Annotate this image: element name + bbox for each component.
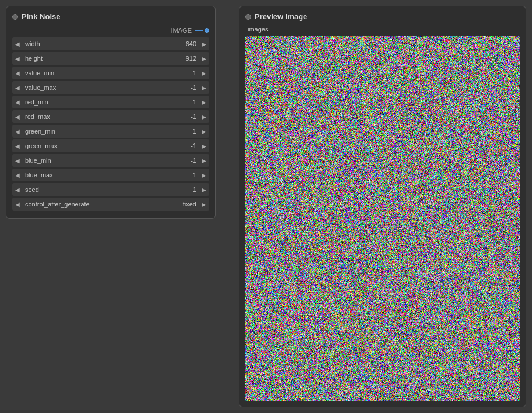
param-row: ◀red_min-1▶ (12, 96, 209, 108)
param-name-label: seed (23, 186, 175, 193)
preview-image-node: Preview Image images (239, 6, 526, 407)
param-row: ◀green_min-1▶ (12, 125, 209, 138)
param-name-label: red_max (23, 113, 175, 120)
param-value-label: -1 (175, 128, 199, 135)
param-name-label: blue_max (23, 172, 175, 178)
right-panel: Preview Image images (233, 0, 532, 413)
left-panel: Pink Noise IMAGE ◀width640▶◀height912▶◀v… (0, 0, 233, 413)
param-value-label: 1 (175, 186, 199, 193)
preview-title-label: Preview Image (255, 12, 307, 21)
param-decrement-button[interactable]: ◀ (12, 52, 23, 65)
param-row: ◀seed1▶ (12, 183, 209, 196)
preview-status-dot (245, 14, 251, 20)
params-list: ◀width640▶◀height912▶◀value_min-1▶◀value… (12, 37, 209, 211)
image-output-label: IMAGE (171, 27, 192, 34)
param-row: ◀height912▶ (12, 52, 209, 65)
param-increment-button[interactable]: ▶ (199, 110, 209, 123)
param-value-label: -1 (175, 172, 199, 178)
param-decrement-button[interactable]: ◀ (12, 183, 23, 196)
param-row: ◀value_max-1▶ (12, 81, 209, 94)
param-increment-button[interactable]: ▶ (199, 52, 209, 65)
param-increment-button[interactable]: ▶ (199, 125, 209, 138)
preview-image-area (245, 36, 520, 401)
param-decrement-button[interactable]: ◀ (12, 125, 23, 138)
param-name-label: control_after_generate (23, 201, 175, 208)
node-title-bar: Pink Noise (12, 12, 209, 21)
param-decrement-button[interactable]: ◀ (12, 96, 23, 108)
pink-noise-node: Pink Noise IMAGE ◀width640▶◀height912▶◀v… (6, 6, 216, 219)
connector-wire (195, 30, 203, 31)
param-decrement-button[interactable]: ◀ (12, 37, 23, 50)
param-increment-button[interactable]: ▶ (199, 154, 209, 167)
param-name-label: value_min (23, 69, 175, 76)
param-row: ◀blue_min-1▶ (12, 154, 209, 167)
param-increment-button[interactable]: ▶ (199, 183, 209, 196)
param-value-label: -1 (175, 84, 199, 91)
param-value-label: -1 (175, 157, 199, 164)
param-row: ◀value_min-1▶ (12, 66, 209, 79)
param-value-label: -1 (175, 69, 199, 76)
param-name-label: width (23, 40, 175, 47)
param-row: ◀green_max-1▶ (12, 139, 209, 152)
image-connector (195, 28, 209, 33)
param-row: ◀control_after_generatefixed▶ (12, 198, 209, 211)
param-increment-button[interactable]: ▶ (199, 169, 209, 181)
param-name-label: red_min (23, 99, 175, 106)
param-value-label: -1 (175, 142, 199, 149)
param-decrement-button[interactable]: ◀ (12, 110, 23, 123)
node-title-label: Pink Noise (22, 12, 60, 21)
param-increment-button[interactable]: ▶ (199, 37, 209, 50)
param-decrement-button[interactable]: ◀ (12, 66, 23, 79)
param-name-label: height (23, 55, 175, 62)
param-value-label: 640 (175, 40, 199, 47)
image-output-row: IMAGE (12, 27, 209, 34)
param-name-label: blue_min (23, 157, 175, 164)
param-value-label: -1 (175, 99, 199, 106)
param-decrement-button[interactable]: ◀ (12, 139, 23, 152)
noise-preview-canvas (245, 36, 520, 401)
param-row: ◀width640▶ (12, 37, 209, 50)
param-increment-button[interactable]: ▶ (199, 66, 209, 79)
param-increment-button[interactable]: ▶ (199, 96, 209, 108)
param-name-label: value_max (23, 84, 175, 91)
connector-dot-out (205, 28, 209, 33)
preview-title-bar: Preview Image (245, 12, 520, 21)
node-status-dot (12, 14, 18, 20)
param-decrement-button[interactable]: ◀ (12, 169, 23, 181)
param-value-label: 912 (175, 55, 199, 62)
param-name-label: green_max (23, 142, 175, 149)
param-increment-button[interactable]: ▶ (199, 139, 209, 152)
param-increment-button[interactable]: ▶ (199, 198, 209, 211)
param-decrement-button[interactable]: ◀ (12, 81, 23, 94)
param-row: ◀blue_max-1▶ (12, 169, 209, 181)
param-name-label: green_min (23, 128, 175, 135)
param-increment-button[interactable]: ▶ (199, 81, 209, 94)
images-label: images (245, 26, 520, 33)
param-row: ◀red_max-1▶ (12, 110, 209, 123)
param-decrement-button[interactable]: ◀ (12, 154, 23, 167)
param-decrement-button[interactable]: ◀ (12, 198, 23, 211)
param-value-label: fixed (175, 201, 199, 208)
param-value-label: -1 (175, 113, 199, 120)
